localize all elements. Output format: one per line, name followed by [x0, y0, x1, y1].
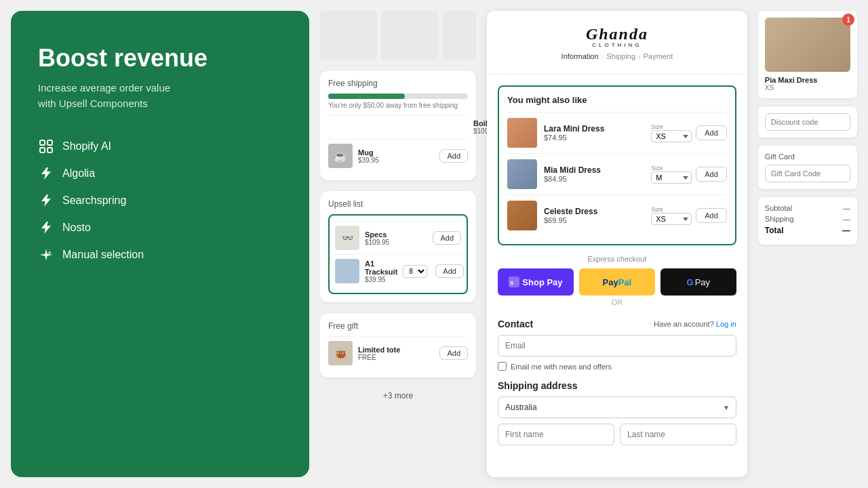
paypal-btn[interactable]: PayPal [579, 268, 655, 296]
shipping-title: Shipping address [498, 380, 736, 391]
shipping-progress-bar [328, 94, 468, 99]
checkout-upsell-box: You might also like Lara Mini Dress $74.… [498, 85, 736, 245]
upsell-item-mia: Mia Midi Dress $84.95 Size MXSSL Add [507, 153, 727, 195]
email-input[interactable] [498, 335, 736, 357]
add-btn-tracksuit[interactable]: Add [435, 264, 464, 278]
svg-rect-2 [40, 148, 45, 152]
nav-label-algolia: Algolia [62, 167, 95, 180]
first-name-input[interactable] [498, 424, 614, 445]
nav-items: Shopify AI Algolia Searchspring [38, 138, 282, 263]
size-label-celeste: Size [651, 206, 692, 213]
add-btn-specs[interactable]: Add [433, 231, 461, 245]
total-row: Total — [765, 226, 850, 235]
login-link[interactable]: Log in [716, 320, 736, 328]
sidebar-item-nosto[interactable]: Nosto [38, 220, 282, 236]
size-select-celeste[interactable]: XSSML [651, 213, 692, 225]
upsell-name-lara: Lara Mini Dress [544, 124, 644, 134]
sidebar-product-name: Pia Maxi Dress [765, 76, 850, 84]
upsell-img-lara [507, 118, 537, 148]
size-select-lara[interactable]: XSSML [651, 130, 692, 142]
product-info-tote: Limited tote FREE [358, 346, 434, 361]
name-row [498, 424, 736, 445]
product-img-specs: 👓 [335, 226, 359, 250]
breadcrumb-sep-2: › [638, 52, 641, 60]
notification-badge: 1 [842, 14, 854, 26]
product-row-boiler: Boiler $109.95 Add [328, 115, 468, 139]
paypal-icon: PayPal [603, 277, 632, 287]
progress-text: You're only $50.00 away from free shippi… [328, 102, 468, 109]
email-offers-row: Email me with news and offers [498, 362, 736, 371]
upsell-img-celeste [507, 201, 537, 230]
size-label-mia: Size [651, 165, 692, 171]
product-name-tote: Limited tote [358, 346, 434, 354]
product-name-specs: Specs [365, 230, 427, 239]
upsell-name-mia: Mia Midi Dress [544, 165, 644, 175]
upsell-price-lara: $74.95 [544, 134, 644, 142]
sidebar-item-shopify-ai[interactable]: Shopify AI [38, 138, 282, 155]
total-value: — [842, 226, 850, 235]
email-offers-checkbox[interactable] [498, 362, 507, 371]
right-area: Free shipping You're only $50.00 away fr… [320, 0, 868, 488]
product-name-mug: Mug [358, 148, 434, 157]
upsell-list-card: Upsell list 👓 Specs $109.95 Add [320, 191, 476, 302]
upsell-size-wrap-celeste: Size XSSML Add [651, 206, 727, 225]
express-buttons: S Shop Pay PayPal G Pay [498, 268, 736, 296]
product-img-mug: ☕ [328, 144, 353, 168]
sidebar-item-searchspring[interactable]: Searchspring [38, 192, 282, 209]
total-label: Total [765, 226, 784, 235]
product-info-tracksuit: A1 Tracksuit $39.95 [365, 260, 397, 283]
product-price-specs: $109.95 [365, 239, 427, 246]
email-offers-label: Email me with news and offers [511, 363, 612, 371]
shipping-label: Shipping [765, 215, 794, 223]
breadcrumb-information: Information [561, 52, 599, 60]
upsell-add-lara[interactable]: Add [696, 125, 727, 140]
sidebar-item-manual[interactable]: Manual selection [38, 247, 282, 263]
upsell-item-lara: Lara Mini Dress $74.95 Size XSSML Add [507, 112, 727, 153]
last-name-input[interactable] [620, 424, 736, 445]
gift-card-input[interactable] [765, 165, 850, 182]
contact-title-row: Contact Have an account? Log in [498, 319, 736, 329]
svg-rect-1 [47, 140, 52, 145]
upsell-price-celeste: $69.95 [544, 216, 644, 224]
upsell-add-mia[interactable]: Add [696, 167, 727, 182]
country-select[interactable]: Australia [498, 396, 736, 418]
sidebar-product-img [765, 18, 850, 72]
tracksuit-size-select[interactable]: 81012 [403, 265, 427, 278]
lightning-icon-nosto [38, 220, 54, 236]
upsell-info-celeste: Celeste Dress $69.95 [544, 207, 644, 224]
shop-pay-btn[interactable]: S Shop Pay [498, 268, 574, 296]
more-label: +3 more [320, 388, 476, 403]
contact-title: Contact [498, 319, 533, 329]
checkout-header: Ghanda CLOTHING Information › Shipping ›… [487, 11, 747, 75]
upsell-size-wrap-mia: Size MXSSL Add [651, 165, 727, 184]
upsell-size-wrap-lara: Size XSSML Add [651, 123, 727, 142]
upsell-add-celeste[interactable]: Add [696, 208, 727, 223]
subtotal-value: — [843, 204, 850, 212]
lightning-icon-algolia [38, 165, 54, 182]
product-name-tracksuit: A1 Tracksuit [365, 260, 397, 276]
upsell-list-label: Upsell list [328, 199, 468, 209]
gpay-btn[interactable]: G Pay [660, 268, 736, 296]
add-btn-mug[interactable]: Add [439, 149, 468, 163]
shop-pay-icon: S Shop Pay [509, 277, 562, 287]
nav-label-shopify-ai: Shopify AI [62, 140, 111, 152]
progress-fill [328, 94, 405, 99]
upsell-img-mia [507, 159, 537, 189]
free-shipping-label: Free shipping [328, 79, 468, 88]
subtotal-row: Subtotal — [765, 204, 850, 212]
free-shipping-card: Free shipping You're only $50.00 away fr… [320, 70, 476, 180]
gpay-icon: G Pay [687, 277, 711, 287]
left-panel: Boost revenue Increase average order val… [11, 11, 309, 477]
svg-rect-3 [47, 148, 52, 152]
upsell-info-mia: Mia Midi Dress $84.95 [544, 165, 644, 183]
breadcrumb-shipping: Shipping [606, 52, 635, 60]
size-select-mia[interactable]: MXSSL [651, 171, 692, 184]
nav-label-manual: Manual selection [62, 249, 144, 261]
shipping-section: Shipping address Australia ▼ [498, 380, 736, 445]
sidebar-item-algolia[interactable]: Algolia [38, 165, 282, 182]
lightning-icon-searchspring [38, 192, 54, 209]
or-divider: OR [498, 298, 736, 306]
add-btn-tote[interactable]: Add [439, 346, 468, 360]
discount-input[interactable] [765, 113, 850, 131]
gift-card-label: Gift Card [765, 152, 850, 161]
